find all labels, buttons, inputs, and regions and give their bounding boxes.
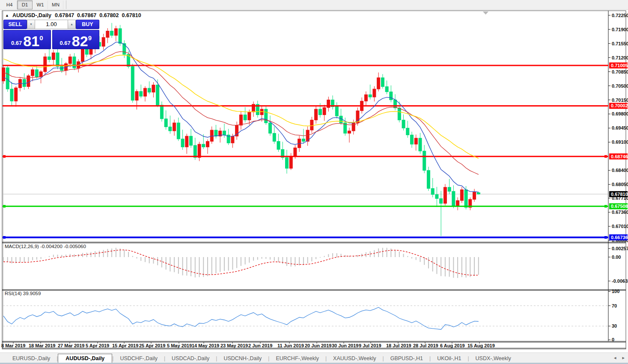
date-tick-label: 20 Jun 2019 [305, 343, 331, 348]
candle-body [448, 187, 451, 191]
rsi-label: RSI(14) 39.9059 [5, 291, 41, 296]
close-value: 0.67810 [122, 12, 141, 18]
candle-body [335, 107, 338, 116]
candle-body [56, 53, 59, 66]
date-tick-label: 14 May 2019 [192, 343, 219, 348]
tab-scroll-left-icon[interactable]: ◂ [614, 355, 616, 361]
candle-body [27, 76, 30, 86]
chart-tab-bar: EURUSD-,Daily|AUDUSD-,Daily|USDCHF-,Dail… [0, 352, 628, 364]
candle-body [456, 201, 459, 206]
candle-body [402, 120, 405, 128]
price-line-label: 0.71005 [611, 63, 628, 68]
candle-body [110, 31, 113, 35]
candle-body [152, 85, 155, 92]
chart-tab-xauusd-weekly[interactable]: XAUUSD-,Weekly [327, 354, 382, 363]
price-line-left-handle[interactable] [3, 155, 6, 158]
sell-price-panel[interactable]: 0.67 81 0 [3, 30, 51, 49]
low-value: 0.67802 [99, 12, 119, 18]
one-click-trading-widget: SELL ▼ 1.00 ▲ BUY 0.67 81 0 0.67 82 9 [3, 20, 99, 49]
price-line-left-handle[interactable] [3, 236, 6, 239]
candle-body [398, 108, 401, 120]
volume-increase-button[interactable]: ▲ [68, 20, 76, 29]
chart-tab-usdcnh-daily[interactable]: USDCNH-,Daily [217, 354, 268, 363]
candle-body [102, 38, 105, 47]
candle-body [427, 170, 430, 188]
rsi-scale-label: 100 [612, 289, 619, 294]
price-line-right-handle[interactable] [604, 236, 607, 239]
candle-body [323, 107, 326, 115]
candle-body [377, 78, 380, 89]
chart-canvas: 0.722500.719000.715500.712000.708500.705… [0, 0, 628, 364]
candle-body [440, 198, 443, 203]
volume-input[interactable]: 1.00 [35, 20, 68, 29]
price-tick-label: 0.67360 [612, 210, 628, 215]
price-line-right-handle[interactable] [604, 205, 607, 207]
candle-body [131, 66, 134, 100]
chart-tab-usdx-weekly[interactable]: USDX-,Weekly [469, 354, 518, 363]
rsi-scale-label: 30 [612, 323, 617, 328]
candle-body [140, 92, 143, 96]
candle-body [15, 88, 18, 101]
candle-body [143, 88, 146, 96]
macd-scale-label: 0.00 [612, 255, 621, 260]
candle-body [318, 109, 321, 115]
price-line-right-handle[interactable] [604, 155, 607, 158]
candle-body [223, 131, 226, 135]
buy-price-panel[interactable]: 0.67 82 9 [52, 30, 100, 49]
candle-body [269, 123, 272, 133]
candle-body [277, 141, 280, 149]
candle-body [214, 130, 217, 136]
price-tick-label: 0.70850 [612, 69, 628, 74]
date-tick-label: 18 Mar 2019 [29, 343, 55, 348]
chart-tab-usdcad-daily[interactable]: USDCAD-,Daily [165, 354, 216, 363]
candle-body [414, 138, 417, 144]
volume-decrease-button[interactable]: ▼ [27, 20, 35, 29]
candle-body [89, 49, 92, 54]
price-tick-label: 0.67010 [612, 224, 628, 229]
candle-body [394, 100, 397, 108]
chart-tab-ukoil-h1[interactable]: UKOil-,H1 [431, 354, 467, 363]
candle-body [148, 88, 151, 92]
date-tick-label: 9 Jul 2019 [359, 343, 381, 348]
price-tick-label: 0.69450 [612, 125, 628, 130]
candle-body [52, 53, 55, 59]
scroll-to-end-marker-icon[interactable] [483, 12, 488, 15]
chart-tab-audusd-daily[interactable]: AUDUSD-,Daily [58, 354, 112, 363]
candle-body [193, 145, 196, 157]
price-line-left-handle[interactable] [3, 205, 6, 207]
chart-tab-gbpusd-h1[interactable]: GBPUSD-,H1 [384, 354, 429, 363]
sell-button[interactable]: SELL [3, 20, 27, 29]
candle-body [106, 31, 109, 37]
rsi-scale-label: 70 [612, 303, 617, 308]
candle-body [477, 192, 480, 194]
price-line-label: 0.66736 [611, 235, 628, 240]
chart-tab-eurusd-daily[interactable]: EURUSD-,Daily [6, 354, 57, 363]
candle-body [473, 192, 476, 199]
ma-slow-line [3, 55, 479, 158]
chart-title-row: ▲ AUDUSD-,Daily 0.67847 0.67867 0.67802 … [5, 12, 141, 18]
buy-price-pips: 82 [72, 35, 88, 48]
price-tick-label: 0.70500 [612, 83, 628, 89]
chart-window-border [2, 11, 626, 349]
candle-body [173, 123, 176, 131]
chart-tab-usdchf-daily[interactable]: USDCHF-,Daily [113, 354, 164, 363]
macd-label: MACD(12,26,9) -0.004200 -0.005060 [5, 244, 86, 249]
candle-body [248, 112, 251, 120]
candle-body [239, 115, 242, 125]
chart-tab-eurchf-weekly[interactable]: EURCHF-,Weekly [269, 354, 325, 363]
candle-body [294, 148, 297, 157]
candle-body [364, 95, 367, 101]
price-tick-label: 0.68400 [612, 168, 628, 173]
price-line-label: 0.68746 [611, 154, 628, 159]
tab-scroll-right-icon[interactable]: ▸ [622, 355, 625, 361]
candle-body [390, 92, 393, 100]
candle-body [406, 128, 409, 135]
buy-button[interactable]: BUY [76, 20, 99, 29]
ohlc-values: 0.67847 0.67867 0.67802 0.67810 [55, 12, 141, 18]
collapse-arrow-icon[interactable]: ▲ [5, 13, 9, 18]
candle-body [202, 144, 205, 147]
candle-body [31, 70, 34, 76]
date-tick-label: 5 May 2019 [167, 343, 192, 348]
price-tick-label: 0.71900 [612, 27, 628, 32]
candle-body [6, 68, 9, 89]
